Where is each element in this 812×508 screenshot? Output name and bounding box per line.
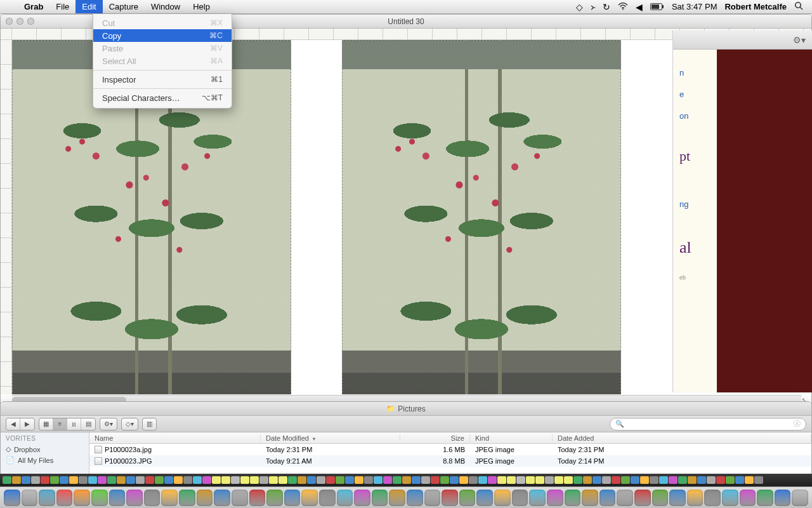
dock-app-icon[interactable] [459, 490, 476, 506]
minimized-window-thumbnail[interactable] [573, 476, 582, 484]
view-mode-segmented[interactable]: ▦ ≡ ⫼ ▤ [39, 418, 96, 431]
menu-item-inspector[interactable]: Inspector⌘1 [93, 73, 232, 86]
minimized-window-thumbnail[interactable] [145, 476, 154, 484]
minimized-window-thumbnail[interactable] [183, 476, 192, 484]
minimized-window-thumbnail[interactable] [298, 476, 306, 484]
dock-app-icon[interactable] [565, 490, 581, 506]
dock-app-icon[interactable] [197, 490, 213, 506]
minimized-window-thumbnail[interactable] [69, 476, 78, 484]
dock-app-icon[interactable] [529, 490, 546, 506]
minimized-window-thumbnail[interactable] [735, 476, 744, 484]
dock-app-icon[interactable] [301, 490, 318, 506]
minimized-window-thumbnail[interactable] [174, 476, 183, 484]
minimized-window-thumbnail[interactable] [726, 476, 735, 484]
minimized-window-thumbnail[interactable] [545, 476, 554, 484]
dock-app-icon[interactable] [372, 490, 388, 506]
minimized-window-thumbnail[interactable] [631, 476, 639, 484]
dock-app-icon[interactable] [284, 490, 301, 506]
minimized-window-thumbnail[interactable] [3, 476, 11, 484]
minimized-window-thumbnail[interactable] [259, 476, 268, 484]
dock-app-icon[interactable] [4, 490, 20, 506]
file-row[interactable]: P1000023a.jpg Today 2:31 PM 1.6 MB JPEG … [89, 444, 811, 455]
dock-app-icon[interactable] [652, 490, 669, 506]
minimized-window-thumbnail[interactable] [193, 476, 202, 484]
minimized-window-thumbnail[interactable] [440, 476, 449, 484]
column-name[interactable]: Name [89, 434, 261, 442]
minimized-window-thumbnail[interactable] [41, 476, 49, 484]
menu-file[interactable]: File [49, 0, 75, 13]
minimized-window-thumbnail[interactable] [640, 476, 649, 484]
minimized-window-thumbnail[interactable] [345, 476, 354, 484]
wifi-icon[interactable] [618, 2, 628, 12]
minimized-window-thumbnail[interactable] [107, 476, 116, 484]
column-size[interactable]: Size [400, 434, 470, 442]
column-kind[interactable]: Kind [470, 434, 553, 442]
dock-app-icon[interactable] [249, 490, 266, 506]
menu-help[interactable]: Help [187, 0, 216, 13]
minimized-window-thumbnail[interactable] [507, 476, 516, 484]
dock-app-icon[interactable] [407, 490, 423, 506]
dock-app-icon[interactable] [494, 490, 511, 506]
dock-app-icon[interactable] [722, 490, 738, 506]
dock-app-icon[interactable] [476, 490, 493, 506]
minimized-window-thumbnail[interactable] [31, 476, 40, 484]
minimized-window-thumbnail[interactable] [231, 476, 240, 484]
minimize-window-button[interactable] [16, 18, 23, 25]
minimized-window-thumbnail[interactable] [326, 476, 335, 484]
minimized-window-thumbnail[interactable] [12, 476, 21, 484]
minimized-window-thumbnail[interactable] [678, 476, 687, 484]
column-date-modified[interactable]: Date Modified▼ [261, 434, 400, 442]
dock-app-icon[interactable] [161, 490, 178, 506]
minimized-window-thumbnail[interactable] [602, 476, 611, 484]
minimized-window-thumbnail[interactable] [516, 476, 525, 484]
dock-app-icon[interactable] [757, 490, 773, 506]
minimized-window-thumbnail[interactable] [488, 476, 497, 484]
minimized-window-thumbnail[interactable] [336, 476, 344, 484]
arrange-button[interactable]: ▥ [142, 418, 157, 431]
minimized-window-thumbnail[interactable] [88, 476, 97, 484]
dock-app-icon[interactable] [144, 490, 160, 506]
list-view-icon[interactable]: ≡ [53, 418, 67, 430]
dock-app-icon[interactable] [547, 490, 563, 506]
dock-app-icon[interactable] [634, 490, 651, 506]
timemachine-icon[interactable]: ↻ [603, 2, 610, 12]
minimized-window-thumbnail[interactable] [621, 476, 630, 484]
finder-titlebar[interactable]: 📁 Pictures [1, 402, 811, 416]
minimized-window-thumbnail[interactable] [374, 476, 383, 484]
minimized-window-thumbnail[interactable] [355, 476, 363, 484]
minimized-window-thumbnail[interactable] [707, 476, 716, 484]
bluetooth-icon[interactable]: ᚛ [591, 2, 595, 12]
minimized-window-thumbnail[interactable] [79, 476, 88, 484]
clear-icon[interactable]: ⓧ [794, 419, 801, 429]
app-menu[interactable]: Grab [18, 0, 49, 13]
column-date-added[interactable]: Date Added [553, 434, 811, 442]
image-canvas-right[interactable] [342, 40, 621, 394]
minimized-window-thumbnail[interactable] [688, 476, 697, 484]
volume-icon[interactable]: ◀ [636, 2, 643, 12]
dock-app-icon[interactable] [179, 490, 195, 506]
dock-app-icon[interactable] [687, 490, 704, 506]
dock-app-icon[interactable] [266, 490, 283, 506]
minimized-window-thumbnail[interactable] [250, 476, 259, 484]
dock-app-icon[interactable] [39, 490, 55, 506]
dock-app-icon[interactable] [232, 490, 248, 506]
minimized-window-thumbnail[interactable] [669, 476, 678, 484]
minimized-window-thumbnail[interactable] [221, 476, 230, 484]
dock-app-icon[interactable] [669, 490, 686, 506]
minimized-window-thumbnail[interactable] [164, 476, 173, 484]
minimized-window-thumbnail[interactable] [278, 476, 287, 484]
dock-app-icon[interactable] [617, 490, 633, 506]
minimized-window-thumbnail[interactable] [126, 476, 135, 484]
icon-view-icon[interactable]: ▦ [39, 418, 53, 430]
dock-app-icon[interactable] [319, 490, 336, 506]
minimized-window-thumbnail[interactable] [202, 476, 211, 484]
minimized-window-thumbnail[interactable] [364, 476, 373, 484]
dock-app-icon[interactable] [22, 490, 38, 506]
minimized-window-thumbnail[interactable] [469, 476, 478, 484]
forward-icon[interactable]: ▶ [20, 418, 34, 430]
minimized-window-thumbnail[interactable] [697, 476, 706, 484]
sidebar-item-dropbox[interactable]: ◇ Dropbox [6, 444, 84, 455]
minimized-window-thumbnail[interactable] [478, 476, 487, 484]
dock-app-icon[interactable] [389, 490, 405, 506]
menu-item-copy[interactable]: Copy⌘C [93, 29, 232, 42]
